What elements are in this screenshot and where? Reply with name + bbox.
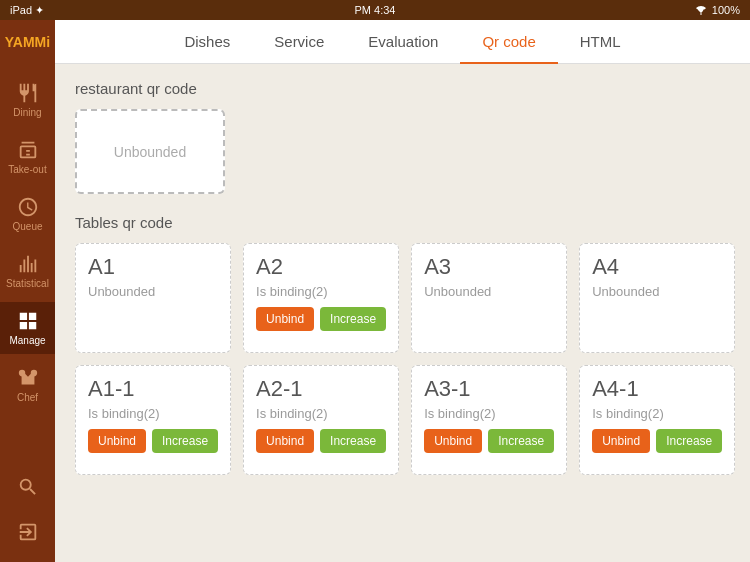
increase-button-a2[interactable]: Increase xyxy=(320,307,386,331)
table-status-a4: Unbounded xyxy=(592,284,722,299)
search-icon xyxy=(17,476,39,498)
table-status-a4-1: Is binding(2) xyxy=(592,406,722,421)
sidebar-label-dining: Dining xyxy=(13,107,41,118)
table-status-a3: Unbounded xyxy=(424,284,554,299)
logout-icon xyxy=(17,521,39,543)
table-card-a4[interactable]: A4Unbounded xyxy=(579,243,735,353)
table-id-a4-1: A4-1 xyxy=(592,376,722,402)
table-buttons-a4-1: UnbindIncrease xyxy=(592,429,722,453)
tab-qr-code[interactable]: Qr code xyxy=(460,20,557,64)
unbind-button-a3-1[interactable]: Unbind xyxy=(424,429,482,453)
table-id-a1-1: A1-1 xyxy=(88,376,218,402)
increase-button-a4-1[interactable]: Increase xyxy=(656,429,722,453)
logout-button[interactable] xyxy=(0,512,55,552)
manage-icon xyxy=(17,310,39,332)
table-card-a3-1[interactable]: A3-1Is binding(2)UnbindIncrease xyxy=(411,365,567,475)
table-status-a2: Is binding(2) xyxy=(256,284,386,299)
sidebar: Dining Take-out Queue Statistical Manage… xyxy=(0,64,55,562)
table-status-a1: Unbounded xyxy=(88,284,218,299)
chef-icon xyxy=(17,367,39,389)
sidebar-item-statistical[interactable]: Statistical xyxy=(0,245,55,297)
sidebar-item-manage[interactable]: Manage xyxy=(0,302,55,354)
table-id-a2-1: A2-1 xyxy=(256,376,386,402)
restaurant-qr-label: Unbounded xyxy=(114,144,186,160)
queue-icon xyxy=(17,196,39,218)
sidebar-label-manage: Manage xyxy=(9,335,45,346)
unbind-button-a2[interactable]: Unbind xyxy=(256,307,314,331)
table-card-a3[interactable]: A3Unbounded xyxy=(411,243,567,353)
sidebar-item-takeout[interactable]: Take-out xyxy=(0,131,55,183)
unbind-button-a1-1[interactable]: Unbind xyxy=(88,429,146,453)
sidebar-label-statistical: Statistical xyxy=(6,278,49,289)
sidebar-bottom xyxy=(0,467,55,562)
status-time: PM 4:34 xyxy=(355,4,396,16)
takeout-icon xyxy=(17,139,39,161)
table-buttons-a2: UnbindIncrease xyxy=(256,307,386,331)
tab-dishes[interactable]: Dishes xyxy=(162,20,252,64)
statistical-icon xyxy=(17,253,39,275)
battery-text: 100% xyxy=(712,4,740,16)
table-id-a4: A4 xyxy=(592,254,722,280)
table-card-a2[interactable]: A2Is binding(2)UnbindIncrease xyxy=(243,243,399,353)
nav-tabs: Dishes Service Evaluation Qr code HTML xyxy=(55,20,750,64)
sidebar-item-queue[interactable]: Queue xyxy=(0,188,55,240)
table-card-a1-1[interactable]: A1-1Is binding(2)UnbindIncrease xyxy=(75,365,231,475)
sidebar-label-takeout: Take-out xyxy=(8,164,46,175)
table-card-a1[interactable]: A1Unbounded xyxy=(75,243,231,353)
header: YAMMi Dishes Service Evaluation Qr code … xyxy=(0,20,750,64)
status-bar: iPad ✦ PM 4:34 100% xyxy=(0,0,750,20)
sidebar-label-chef: Chef xyxy=(17,392,38,403)
wifi-icon xyxy=(694,5,708,15)
tab-html[interactable]: HTML xyxy=(558,20,643,64)
table-id-a3-1: A3-1 xyxy=(424,376,554,402)
tables-grid: A1UnboundedA2Is binding(2)UnbindIncrease… xyxy=(75,243,730,475)
main-layout: Dining Take-out Queue Statistical Manage… xyxy=(0,64,750,562)
increase-button-a2-1[interactable]: Increase xyxy=(320,429,386,453)
tab-evaluation[interactable]: Evaluation xyxy=(346,20,460,64)
table-card-a2-1[interactable]: A2-1Is binding(2)UnbindIncrease xyxy=(243,365,399,475)
increase-button-a1-1[interactable]: Increase xyxy=(152,429,218,453)
logo: YAMMi xyxy=(0,20,55,64)
unbind-button-a4-1[interactable]: Unbind xyxy=(592,429,650,453)
table-buttons-a1-1: UnbindIncrease xyxy=(88,429,218,453)
table-id-a3: A3 xyxy=(424,254,554,280)
tab-service[interactable]: Service xyxy=(252,20,346,64)
dining-icon xyxy=(17,82,39,104)
content-area: restaurant qr code Unbounded Tables qr c… xyxy=(55,64,750,562)
table-status-a3-1: Is binding(2) xyxy=(424,406,554,421)
table-card-a4-1[interactable]: A4-1Is binding(2)UnbindIncrease xyxy=(579,365,735,475)
restaurant-qr-box[interactable]: Unbounded xyxy=(75,109,225,194)
increase-button-a3-1[interactable]: Increase xyxy=(488,429,554,453)
sidebar-item-chef[interactable]: Chef xyxy=(0,359,55,411)
table-id-a1: A1 xyxy=(88,254,218,280)
table-status-a1-1: Is binding(2) xyxy=(88,406,218,421)
table-id-a2: A2 xyxy=(256,254,386,280)
table-buttons-a2-1: UnbindIncrease xyxy=(256,429,386,453)
tables-section-title: Tables qr code xyxy=(75,214,730,231)
restaurant-section-title: restaurant qr code xyxy=(75,80,730,97)
unbind-button-a2-1[interactable]: Unbind xyxy=(256,429,314,453)
table-buttons-a3-1: UnbindIncrease xyxy=(424,429,554,453)
table-status-a2-1: Is binding(2) xyxy=(256,406,386,421)
sidebar-item-dining[interactable]: Dining xyxy=(0,74,55,126)
status-left: iPad ✦ xyxy=(10,4,44,17)
status-right: 100% xyxy=(694,4,740,16)
sidebar-label-queue: Queue xyxy=(12,221,42,232)
search-button[interactable] xyxy=(0,467,55,507)
